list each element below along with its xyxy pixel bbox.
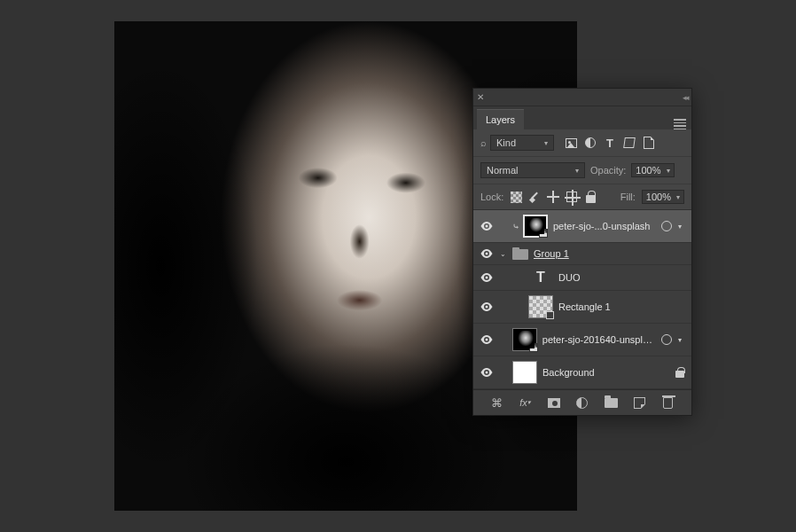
layer-row-text[interactable]: T DUO xyxy=(473,265,691,291)
chevron-down-icon: ▾ xyxy=(676,193,680,201)
clipping-indicator-icon: ⤷ xyxy=(512,222,518,231)
panel-menu-icon[interactable] xyxy=(674,119,686,129)
layer-row-clipped-smartobject[interactable]: ⤷ peter-sjo-...0-unsplash ▾ xyxy=(473,210,691,243)
filter-kind-select[interactable]: Kind ▾ xyxy=(490,135,554,151)
blend-mode-value: Normal xyxy=(487,165,518,176)
visibility-toggle[interactable] xyxy=(480,301,493,313)
chevron-down-icon: ▾ xyxy=(575,167,579,175)
new-layer-icon[interactable] xyxy=(633,395,647,410)
close-icon[interactable]: ✕ xyxy=(477,92,484,102)
filter-type-icons: T xyxy=(565,137,655,149)
link-layers-icon[interactable]: ⌘ xyxy=(489,395,503,410)
panel-tabs: Layers xyxy=(473,106,691,129)
lock-fill-row: Lock: Fill: 100% ▾ xyxy=(473,184,691,210)
layer-thumbnail[interactable] xyxy=(528,295,553,318)
lock-artboard-icon[interactable] xyxy=(566,191,578,203)
opacity-field[interactable]: 100% ▾ xyxy=(631,163,674,177)
layers-panel: ✕ ◂◂ Layers ⌕ Kind ▾ T Normal ▾ Opacity:… xyxy=(472,88,692,416)
svg-point-0 xyxy=(486,225,488,228)
layer-name[interactable]: DUO xyxy=(558,272,580,283)
filter-smartobject-icon[interactable] xyxy=(643,137,655,149)
svg-point-1 xyxy=(486,253,488,255)
advanced-blend-icon[interactable] xyxy=(661,334,672,345)
visibility-toggle[interactable] xyxy=(480,271,493,284)
layer-thumbnail[interactable] xyxy=(512,328,537,351)
layer-name[interactable]: peter-sjo-201640-unsplash xyxy=(542,334,656,345)
adjustment-layer-icon[interactable] xyxy=(575,395,589,410)
layer-effects-icon[interactable]: fx▾ xyxy=(518,395,532,410)
svg-point-4 xyxy=(486,339,488,341)
filter-adjustment-icon[interactable] xyxy=(584,137,597,149)
layer-row-group[interactable]: ⌄ Group 1 xyxy=(473,243,691,265)
chevron-down-icon[interactable]: ▾ xyxy=(675,336,684,344)
layer-filter-row: ⌕ Kind ▾ T xyxy=(473,129,691,157)
smartobject-badge-icon xyxy=(539,229,548,238)
layer-name[interactable]: Background xyxy=(542,367,595,378)
lock-image-icon[interactable] xyxy=(528,191,541,203)
fill-label: Fill: xyxy=(620,192,636,202)
filter-shape-icon[interactable] xyxy=(623,137,636,149)
panel-topbar: ✕ ◂◂ xyxy=(473,89,691,106)
blend-mode-select[interactable]: Normal ▾ xyxy=(480,162,585,178)
add-mask-icon[interactable] xyxy=(547,395,561,410)
lock-icon[interactable] xyxy=(675,371,684,378)
lock-transparency-icon[interactable] xyxy=(510,191,522,203)
smartobject-badge-icon xyxy=(529,343,538,352)
layer-row-shape[interactable]: Rectangle 1 xyxy=(473,291,691,324)
layer-name[interactable]: peter-sjo-...0-unsplash xyxy=(553,221,650,231)
type-layer-icon: T xyxy=(528,270,553,286)
layer-name[interactable]: Group 1 xyxy=(534,248,569,259)
layer-thumbnail[interactable] xyxy=(512,361,537,384)
filter-kind-label: Kind xyxy=(496,137,516,148)
visibility-toggle[interactable] xyxy=(480,366,493,379)
new-group-icon[interactable] xyxy=(604,395,618,410)
lock-all-icon[interactable] xyxy=(584,191,597,203)
layers-panel-footer: ⌘ fx▾ xyxy=(473,389,691,415)
shape-badge-icon xyxy=(546,311,554,319)
advanced-blend-icon[interactable] xyxy=(661,221,672,231)
svg-point-3 xyxy=(486,306,488,309)
tab-layers[interactable]: Layers xyxy=(477,109,524,129)
chevron-down-icon: ▾ xyxy=(544,139,548,147)
visibility-toggle[interactable] xyxy=(480,220,493,232)
layer-row-background[interactable]: Background xyxy=(473,356,691,389)
filter-pixel-icon[interactable] xyxy=(565,137,577,149)
fill-field[interactable]: 100% ▾ xyxy=(642,190,684,204)
layer-name[interactable]: Rectangle 1 xyxy=(558,301,611,312)
opacity-value: 100% xyxy=(636,165,660,176)
filter-type-icon[interactable]: T xyxy=(604,137,616,149)
svg-point-5 xyxy=(486,372,488,374)
svg-point-2 xyxy=(486,277,488,279)
opacity-label: Opacity: xyxy=(590,165,626,176)
layer-list: ⤷ peter-sjo-...0-unsplash ▾ ⌄ Group 1 T … xyxy=(473,210,691,389)
chevron-down-icon: ▾ xyxy=(667,167,670,175)
chevron-down-icon[interactable]: ▾ xyxy=(675,223,684,231)
visibility-toggle[interactable] xyxy=(480,247,493,260)
layer-thumbnail[interactable] xyxy=(523,215,548,238)
visibility-toggle[interactable] xyxy=(480,333,493,346)
layer-row-smartobject[interactable]: peter-sjo-201640-unsplash ▾ xyxy=(473,324,691,356)
search-icon: ⌕ xyxy=(480,137,487,148)
disclosure-toggle[interactable]: ⌄ xyxy=(498,250,507,258)
collapse-icon[interactable]: ◂◂ xyxy=(683,93,688,102)
blend-opacity-row: Normal ▾ Opacity: 100% ▾ xyxy=(473,157,691,184)
folder-icon xyxy=(512,247,528,260)
delete-layer-icon[interactable] xyxy=(661,395,675,410)
lock-label: Lock: xyxy=(480,192,503,202)
fill-value: 100% xyxy=(646,192,671,202)
lock-position-icon[interactable] xyxy=(547,191,559,203)
